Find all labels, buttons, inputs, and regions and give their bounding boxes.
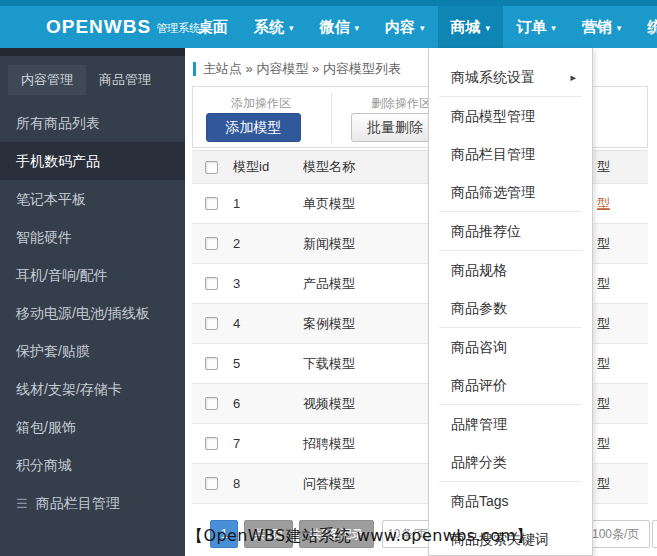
model-id-cell: 7: [233, 436, 303, 451]
sidebar-item-cables-storage[interactable]: 线材/支架/存储卡: [0, 370, 185, 408]
menu-item-brand-management[interactable]: 品牌管理: [429, 405, 592, 443]
sidebar-category-list: 所有商品列表 手机数码产品 笔记本平板 智能硬件 耳机/音响/配件 移动电源/电…: [0, 104, 185, 522]
top-navigation-bar: OPENWBS 管理系统 桌面 系统▾ 微信▾ 内容▾ 商城▾ 订单▾ 营销▾ …: [0, 6, 657, 48]
row-checkbox[interactable]: [205, 197, 218, 210]
nav-label: 统计: [647, 18, 657, 37]
tab-content-management[interactable]: 内容管理: [8, 65, 86, 95]
menu-item-product-tags[interactable]: 商品Tags: [429, 482, 592, 520]
delete-section-label: 删除操作区: [371, 95, 431, 112]
nav-label: 订单: [516, 18, 546, 37]
sidebar-item-cases-films[interactable]: 保护套/贴膜: [0, 332, 185, 370]
model-name-cell: 案例模型: [303, 315, 423, 333]
nav-label: 桌面: [198, 18, 228, 37]
nav-label: 微信: [320, 18, 350, 37]
row-checkbox[interactable]: [205, 317, 218, 330]
model-id-cell: 8: [233, 476, 303, 491]
logo: OPENWBS 管理系统: [0, 6, 185, 48]
submenu-arrow-icon: ▸: [570, 58, 576, 96]
sidebar-tabs: 内容管理 商品管理: [0, 56, 185, 104]
caret-down-icon: ▾: [289, 23, 294, 33]
partial-link-cell[interactable]: 型: [597, 195, 610, 213]
menu-item-mall-settings[interactable]: 商城系统设置▸: [429, 58, 592, 96]
row-checkbox[interactable]: [205, 277, 218, 290]
menu-item-product-model[interactable]: 商品模型管理: [429, 97, 592, 135]
model-name-cell: 视频模型: [303, 395, 423, 413]
main-nav: 桌面 系统▾ 微信▾ 内容▾ 商城▾ 订单▾ 营销▾ 统计▾: [185, 6, 657, 48]
nav-item-system[interactable]: 系统▾: [241, 6, 307, 48]
sidebar-top-strip: [0, 48, 185, 56]
sidebar-item-headphones[interactable]: 耳机/音响/配件: [0, 256, 185, 294]
breadcrumb: 主站点 » 内容模型 » 内容模型列表: [193, 60, 401, 78]
tab-product-management[interactable]: 商品管理: [86, 65, 164, 95]
caret-down-icon: ▾: [420, 23, 425, 33]
header-model-id: 模型id: [233, 158, 303, 176]
model-id-cell: 5: [233, 356, 303, 371]
nav-label: 营销: [582, 18, 612, 37]
sidebar-item-product-categories[interactable]: ☰商品栏目管理: [0, 484, 185, 522]
nav-label: 商城: [451, 18, 481, 37]
mall-dropdown-menu: 商城系统设置▸ 商品模型管理 商品栏目管理 商品筛选管理 商品推荐位 商品规格 …: [428, 48, 593, 556]
partial-cell: 型: [597, 395, 610, 413]
select-all-checkbox[interactable]: [205, 161, 218, 174]
caret-down-icon: ▾: [617, 23, 622, 33]
model-id-cell: 3: [233, 276, 303, 291]
sidebar-item-powerbank[interactable]: 移动电源/电池/插线板: [0, 294, 185, 332]
nav-item-desktop[interactable]: 桌面: [185, 6, 241, 48]
model-id-cell: 4: [233, 316, 303, 331]
menu-item-product-category[interactable]: 商品栏目管理: [429, 135, 592, 173]
row-checkbox[interactable]: [205, 357, 218, 370]
menu-item-product-spec[interactable]: 商品规格: [429, 251, 592, 289]
breadcrumb-text: 主站点 » 内容模型 » 内容模型列表: [203, 60, 401, 78]
header-model-name: 模型名称: [303, 158, 423, 176]
nav-item-mall[interactable]: 商城▾: [438, 6, 504, 48]
model-name-cell: 下载模型: [303, 355, 423, 373]
partial-cell: 型: [597, 435, 610, 453]
add-section-label: 添加操作区: [231, 95, 291, 112]
caret-down-icon: ▾: [486, 23, 491, 33]
partial-cell: 型: [597, 355, 610, 373]
sidebar-item-bags-apparel[interactable]: 箱包/服饰: [0, 408, 185, 446]
model-name-cell: 单页模型: [303, 195, 423, 213]
menu-item-product-params[interactable]: 商品参数: [429, 289, 592, 327]
nav-item-orders[interactable]: 订单▾: [503, 6, 569, 48]
page-size-extra-button[interactable]: [652, 520, 657, 548]
model-id-cell: 1: [233, 196, 303, 211]
sidebar-item-all-products[interactable]: 所有商品列表: [0, 104, 185, 142]
nav-item-content[interactable]: 内容▾: [372, 6, 438, 48]
header-partial-text: 型: [597, 158, 610, 176]
menu-item-product-recommend[interactable]: 商品推荐位: [429, 212, 592, 250]
page-size-100-button[interactable]: 100条/页: [586, 520, 650, 548]
model-id-cell: 2: [233, 236, 303, 251]
nav-item-statistics[interactable]: 统计▾: [634, 6, 657, 48]
menu-item-product-review[interactable]: 商品评价: [429, 366, 592, 404]
menu-item-product-inquiry[interactable]: 商品咨询: [429, 328, 592, 366]
nav-item-marketing[interactable]: 营销▾: [569, 6, 635, 48]
menu-item-product-filter[interactable]: 商品筛选管理: [429, 173, 592, 211]
list-icon: ☰: [16, 496, 28, 511]
sidebar-item-smart-hardware[interactable]: 智能硬件: [0, 218, 185, 256]
sidebar-item-label: 商品栏目管理: [36, 495, 120, 511]
model-name-cell: 新闻模型: [303, 235, 423, 253]
batch-delete-button[interactable]: 批量删除: [351, 113, 439, 142]
watermark-text: 【OpenWBS建站系统 www.openwbs.com】: [187, 526, 533, 547]
model-id-cell: 6: [233, 396, 303, 411]
partial-cell: 型: [597, 235, 610, 253]
row-checkbox[interactable]: [205, 397, 218, 410]
add-model-button[interactable]: 添加模型: [206, 113, 301, 142]
caret-down-icon: ▾: [355, 23, 360, 33]
sidebar-item-laptop-tablet[interactable]: 笔记本平板: [0, 180, 185, 218]
toolbar-divider: [331, 93, 332, 143]
caret-down-icon: ▾: [551, 23, 556, 33]
model-name-cell: 问答模型: [303, 475, 423, 493]
nav-item-wechat[interactable]: 微信▾: [307, 6, 373, 48]
logo-wordmark: OPENWBS: [46, 16, 151, 38]
row-checkbox[interactable]: [205, 477, 218, 490]
row-checkbox[interactable]: [205, 237, 218, 250]
sidebar-item-phone-digital[interactable]: 手机数码产品: [0, 142, 185, 180]
row-checkbox[interactable]: [205, 437, 218, 450]
sidebar-item-points-mall[interactable]: 积分商城: [0, 446, 185, 484]
menu-item-brand-category[interactable]: 品牌分类: [429, 443, 592, 481]
openwbs-admin-window: OPENWBS 管理系统 桌面 系统▾ 微信▾ 内容▾ 商城▾ 订单▾ 营销▾ …: [0, 0, 657, 556]
menu-label: 商城系统设置: [451, 69, 535, 85]
nav-label: 系统: [254, 18, 284, 37]
